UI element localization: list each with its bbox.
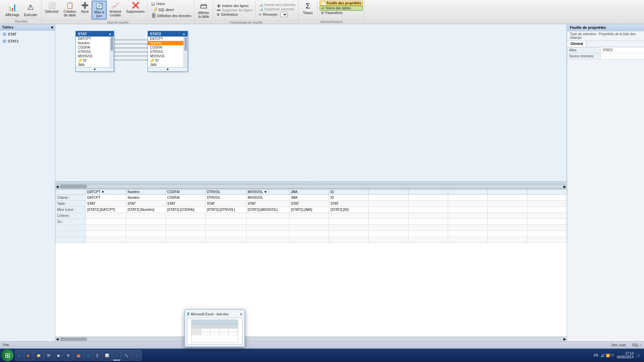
cell-update-id[interactable]: [STAT2].[ID] xyxy=(329,207,369,213)
stat-table-scroll-up[interactable]: ▲ xyxy=(109,32,112,36)
stat2-field-dtrvol[interactable]: DTRVOL xyxy=(148,50,187,54)
executer-button[interactable]: ⚠ Exécuter xyxy=(22,2,39,18)
inserer-colonnes-button[interactable]: 📊 Insérer des colonnes xyxy=(258,3,297,7)
cell-update-e3[interactable] xyxy=(448,207,487,213)
cell-table-datcpt[interactable]: STAT xyxy=(86,201,126,207)
stat-field-datcpt[interactable]: DATCPT xyxy=(76,37,114,41)
cell-crit-e4[interactable] xyxy=(487,213,527,219)
parametres-button[interactable]: ⚙ Paramètres xyxy=(320,11,363,15)
taskbar-app4-button[interactable]: 📊 xyxy=(102,350,112,361)
cell-crit-numero[interactable] xyxy=(126,213,166,219)
cell-ou-jma[interactable] xyxy=(289,219,329,225)
cell-champ-e2[interactable] xyxy=(408,195,448,201)
cell-crit-id[interactable] xyxy=(329,213,369,219)
cell-crit-e1[interactable] xyxy=(369,213,408,219)
cell-table-e2[interactable] xyxy=(408,201,448,207)
taskbar-word-button[interactable]: W xyxy=(132,350,141,361)
canvas-h-scroll[interactable]: ◀ ▶ xyxy=(55,184,567,189)
ajout-button[interactable]: ➕ Ajout xyxy=(79,1,91,14)
taskbar-skype-button[interactable]: S xyxy=(84,350,93,361)
left-panel-item-stat2[interactable]: ⊞ STAT2 xyxy=(0,38,55,45)
cell-crit-e3[interactable] xyxy=(448,213,487,219)
excel-popup-close-button[interactable]: ✕ xyxy=(240,312,243,316)
taskbar-chrome-button[interactable]: ◉ xyxy=(54,350,63,361)
cell-champ-dtrvol[interactable]: DTRVOL xyxy=(205,195,246,201)
stat-table-scrollbar[interactable] xyxy=(110,37,114,67)
cell-crit-e5[interactable] xyxy=(527,213,567,219)
taskbar-app2-button[interactable]: ⚙ xyxy=(64,350,73,361)
cell-ou-datcpt[interactable] xyxy=(86,219,126,225)
union-button[interactable]: ⊔ Union xyxy=(150,1,193,7)
cell-ou-moisvol[interactable] xyxy=(246,219,289,225)
cell-table-e5[interactable] xyxy=(527,201,567,207)
stat2-field-moisvol[interactable]: MOISVOL xyxy=(148,54,187,58)
cell-champ-codfai[interactable]: CODFAI xyxy=(166,195,205,201)
cell-crit-moisvol[interactable] xyxy=(246,213,289,219)
cell-crit-datcpt[interactable] xyxy=(86,213,126,219)
cell-update-moisvol[interactable]: [STAT2].[MOISVOL] xyxy=(246,207,289,213)
cell-ou-e3[interactable] xyxy=(448,219,487,225)
cell-update-e4[interactable] xyxy=(487,207,527,213)
stat2-field-jma[interactable]: JMA xyxy=(148,63,187,67)
cell-ou-codfai[interactable] xyxy=(166,219,205,225)
stat2-field-datcpt[interactable]: DATCPT xyxy=(148,37,187,41)
h-scroll-right-button[interactable]: ▶ xyxy=(563,185,567,188)
stat-field-id[interactable]: 🔑ID xyxy=(76,58,114,63)
taskbar-app3-button[interactable]: Z xyxy=(93,350,101,361)
stat2-table-scrollbar[interactable] xyxy=(183,37,187,67)
cell-champ-moisvol[interactable]: MOISVOL xyxy=(246,195,289,201)
taskbar-firefox-button[interactable]: 🦊 xyxy=(73,350,84,361)
taskbar-app5-button[interactable]: 🔧 xyxy=(121,350,131,361)
start-button[interactable]: ⊞ xyxy=(1,349,13,361)
cell-ou-e1[interactable] xyxy=(369,219,408,225)
stat2-table-scroll-up[interactable]: ▲ xyxy=(182,32,185,36)
cell-crit-dtrvol[interactable] xyxy=(205,213,246,219)
supprimer-colonnes-button[interactable]: 📊 Supprimer colonnes xyxy=(258,7,297,11)
cell-update-jma[interactable]: [STAT2].[JMA] xyxy=(289,207,329,213)
grid-scroll-right-button[interactable]: ▶ xyxy=(563,337,567,341)
suppression-button[interactable]: ❌ Suppression xyxy=(124,1,147,14)
cell-ou-e2[interactable] xyxy=(408,219,448,225)
taskbar-app1-button[interactable]: W xyxy=(44,350,53,361)
cell-table-e3[interactable] xyxy=(448,201,487,207)
cell-table-dtrvol[interactable]: STAT xyxy=(205,201,246,207)
definition-donnees-button[interactable]: 🗄 Définition des données xyxy=(150,13,193,19)
grid-scroll-left-button[interactable]: ◀ xyxy=(55,337,59,341)
supprimer-lignes-button[interactable]: ➖ Supprimer les lignes xyxy=(215,8,254,12)
stat2-field-id[interactable]: 🔑ID xyxy=(148,58,187,63)
cell-ou-id[interactable] xyxy=(329,219,369,225)
stat-field-jma[interactable]: JMA xyxy=(76,63,114,67)
feuille-proprietes-button[interactable]: 📄 Feuille des propriétés xyxy=(320,1,363,6)
cell-update-datcpt[interactable]: [STAT2].[DATCPT] xyxy=(86,207,126,213)
cell-table-e1[interactable] xyxy=(369,201,408,207)
cell-champ-datcpt[interactable]: DATCPT xyxy=(86,195,126,201)
stat2-field-numero[interactable]: Numéro xyxy=(148,41,187,45)
inserer-lignes-button[interactable]: ➕ Insérer des lignes xyxy=(215,4,254,8)
cell-ou-dtrvol[interactable] xyxy=(205,219,246,225)
tab-general[interactable]: Général xyxy=(567,41,587,47)
renvoyer-select[interactable] xyxy=(280,12,288,17)
cell-champ-id[interactable]: ID xyxy=(329,195,369,201)
cell-champ-numero[interactable]: Numéro xyxy=(126,195,166,201)
renvoyer-field[interactable]: ↩ Renvoyer : xyxy=(258,11,297,17)
canvas-grid-splitter[interactable]: · · · · · · · xyxy=(55,181,567,184)
cell-table-jma[interactable]: STAT xyxy=(289,201,329,207)
sql-direct-button[interactable]: 📝 SQL direct xyxy=(150,7,193,13)
grid-h-scroll[interactable]: ◀ ▶ xyxy=(55,337,567,341)
noms-tables-button[interactable]: 🏷 Noms des tables xyxy=(320,6,363,11)
cell-champ-e5[interactable] xyxy=(527,195,567,201)
cell-table-e4[interactable] xyxy=(487,201,527,207)
stat-field-numero[interactable]: Numéro xyxy=(76,41,114,45)
stat2-field-codfai[interactable]: CODFAI xyxy=(148,45,187,50)
generateur-button[interactable]: ⚙ Générateur xyxy=(215,12,254,17)
cell-crit-e2[interactable] xyxy=(408,213,448,219)
cell-crit-codfai[interactable] xyxy=(166,213,205,219)
cell-update-e2[interactable] xyxy=(408,207,448,213)
affichage-button[interactable]: 📊 Affichage xyxy=(3,2,21,18)
left-panel-item-stat[interactable]: ⊞ STAT xyxy=(0,31,55,38)
taskbar-folder-button[interactable]: 📁 xyxy=(34,350,44,361)
cell-ou-numero[interactable] xyxy=(126,219,166,225)
cell-table-codfai[interactable]: STAT xyxy=(166,201,205,207)
collapse-panel-button[interactable]: ◀ xyxy=(51,25,53,29)
stat2-scroll-down[interactable]: ▼ xyxy=(148,67,187,71)
